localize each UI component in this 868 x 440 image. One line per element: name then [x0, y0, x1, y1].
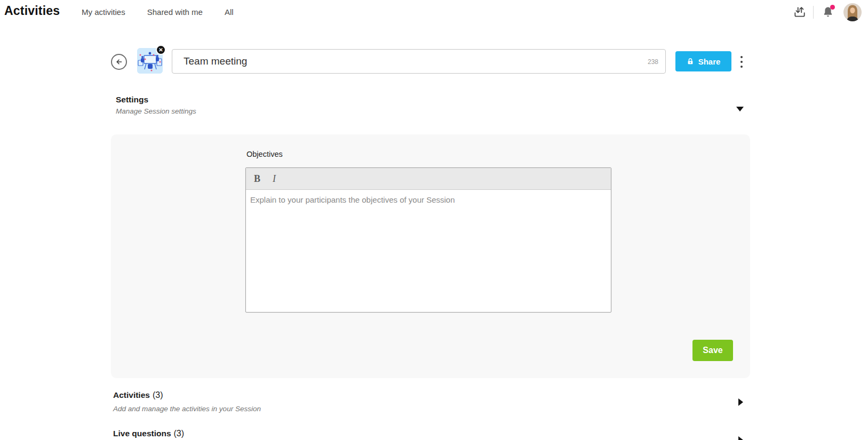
page-title: Activities — [4, 4, 60, 18]
share-button-label: Share — [698, 57, 721, 66]
activities-section-title[interactable]: Activities(3) — [113, 390, 163, 400]
live-questions-count: (3) — [174, 429, 185, 438]
objectives-editor: B I Explain to your participants the obj… — [245, 167, 611, 313]
nav-all[interactable]: All — [225, 7, 234, 17]
bell-icon[interactable] — [820, 4, 836, 20]
chevron-right-icon-live-questions[interactable] — [738, 436, 743, 440]
session-title-input[interactable] — [172, 49, 666, 74]
chevron-down-icon[interactable] — [736, 107, 744, 111]
activities-section-subtitle: Add and manage the activities in your Se… — [113, 405, 261, 413]
header-actions — [792, 0, 868, 24]
remove-thumbnail-icon[interactable]: ✕ — [156, 45, 166, 55]
notification-dot — [830, 5, 835, 10]
nav-shared-with-me[interactable]: Shared with me — [147, 7, 203, 17]
settings-section-title[interactable]: Settings — [116, 95, 148, 105]
live-questions-title-text: Live questions — [113, 429, 171, 438]
live-questions-section-title[interactable]: Live questions(3) — [113, 429, 184, 438]
nav-my-activities[interactable]: My activities — [82, 7, 125, 17]
save-button[interactable]: Save — [692, 340, 733, 361]
lock-icon — [687, 58, 694, 65]
editor-toolbar: B I — [246, 168, 611, 190]
objectives-textarea[interactable]: Explain to your participants the objecti… — [246, 190, 611, 313]
share-button[interactable]: Share — [675, 51, 731, 71]
activities-count: (3) — [153, 390, 163, 399]
italic-button[interactable]: I — [267, 171, 281, 186]
back-button[interactable] — [111, 54, 127, 70]
character-counter: 238 — [648, 58, 658, 66]
more-options-icon[interactable] — [739, 56, 744, 68]
import-export-icon[interactable] — [792, 4, 808, 20]
header-divider — [813, 6, 814, 19]
objectives-placeholder: Explain to your participants the objecti… — [250, 195, 455, 204]
objectives-label: Objectives — [246, 150, 283, 158]
page: Activities My activities Shared with me … — [0, 0, 868, 440]
settings-section-subtitle: Manage Session settings — [116, 107, 196, 115]
session-title-field: 238 — [172, 49, 666, 74]
avatar[interactable] — [843, 3, 862, 21]
chevron-right-icon-activities[interactable] — [738, 398, 743, 406]
activities-title-text: Activities — [113, 390, 150, 399]
top-nav: My activities Shared with me All — [82, 0, 234, 24]
bold-button[interactable]: B — [250, 171, 264, 186]
